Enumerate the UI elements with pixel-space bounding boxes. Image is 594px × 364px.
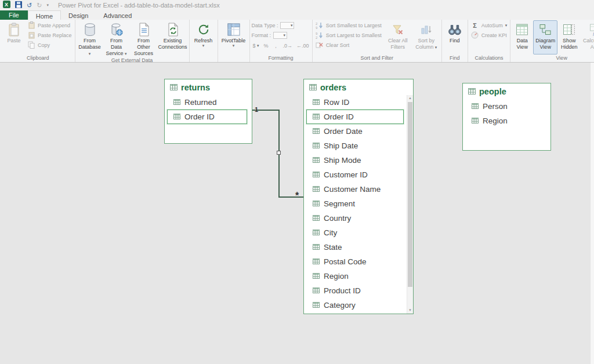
diagram-canvas[interactable]: 1 * returns ReturnedOrder ID orders Row … <box>0 63 594 364</box>
scrollbar-thumb[interactable] <box>408 102 412 287</box>
table-header[interactable]: returns <box>165 79 252 95</box>
sort-by-column-icon <box>421 22 432 37</box>
field-returned[interactable]: Returned <box>165 95 252 110</box>
field-ship-date[interactable]: Ship Date <box>304 139 413 153</box>
group-label-calculations: Calculations <box>470 54 509 62</box>
show-hidden-button[interactable]: Show Hidden <box>559 20 579 54</box>
dropdown-caret-icon: ▾ <box>125 52 127 56</box>
undo-button[interactable]: ↺ <box>27 2 32 9</box>
existing-connections-button[interactable]: Existing Connections <box>158 20 187 57</box>
data-view-button[interactable]: Data View <box>512 20 532 54</box>
clear-sort-button[interactable]: Clear Sort <box>314 40 383 50</box>
copy-label: Copy <box>38 42 50 48</box>
relationship-node[interactable] <box>277 151 281 155</box>
tab-home[interactable]: Home <box>28 10 61 20</box>
comma-style-button[interactable]: , <box>272 42 280 50</box>
field-postal-code[interactable]: Postal Code <box>304 254 413 269</box>
diagram-table-returns[interactable]: returns ReturnedOrder ID <box>164 79 252 144</box>
relationship-cardinality-one: 1 <box>255 106 258 113</box>
orders-scrollbar[interactable]: ▲ ▼ <box>407 95 413 314</box>
group-label-sort-and-filter: Sort and Filter <box>314 54 440 62</box>
field-customer-name[interactable]: Customer Name <box>304 182 413 196</box>
autosum-button[interactable]: Σ AutoSum ▾ <box>470 20 509 30</box>
diagram-table-orders[interactable]: orders Row IDOrder IDOrder DateShip Date… <box>303 79 414 314</box>
diagram-view-button[interactable]: Diagram View <box>533 20 557 54</box>
percent-style-button[interactable]: % <box>262 42 270 50</box>
paste-append-button[interactable]: Paste Append <box>26 20 73 30</box>
field-label: Returned <box>184 98 217 107</box>
group-label-formatting: Formatting <box>252 54 310 62</box>
field-country[interactable]: Country <box>304 211 413 225</box>
scroll-down-icon[interactable]: ▼ <box>407 307 413 314</box>
copy-button[interactable]: Copy <box>26 40 73 50</box>
sort-descending-button[interactable]: 92 Sort Largest to Smallest <box>314 30 383 40</box>
sort-by-column-button[interactable]: Sort by Column ▾ <box>413 20 440 54</box>
save-button[interactable] <box>15 0 22 10</box>
field-ship-mode[interactable]: Ship Mode <box>304 153 413 168</box>
table-header[interactable]: people <box>463 83 550 99</box>
field-label: Order ID <box>184 112 215 121</box>
field-segment[interactable]: Segment <box>304 196 413 211</box>
redo-button[interactable]: ↻ <box>37 2 42 9</box>
tab-file[interactable]: File <box>0 10 28 20</box>
diagram-table-people[interactable]: people PersonRegion <box>462 83 551 151</box>
format-dropdown-box[interactable]: ▾ <box>273 32 287 39</box>
field-person[interactable]: Person <box>463 99 550 114</box>
ribbon-group-get-external-data: From Database ▾ From Data Service ▾ From… <box>75 20 190 62</box>
from-other-sources-button[interactable]: From Other Sources <box>131 20 157 57</box>
ribbon-group-find: Find Find <box>442 20 468 62</box>
table-icon <box>309 82 317 93</box>
create-kpi-button[interactable]: Create KPI <box>470 30 509 40</box>
window-title: Power Pivot for Excel - add-table-to-dat… <box>58 2 220 9</box>
column-icon <box>173 112 180 121</box>
tab-advanced[interactable]: Advanced <box>96 10 139 20</box>
dropdown-caret-icon: ▾ <box>284 33 286 38</box>
tab-design[interactable]: Design <box>61 10 96 20</box>
field-row-id[interactable]: Row ID <box>304 95 413 110</box>
scroll-up-icon[interactable]: ▲ <box>407 95 413 101</box>
clear-all-filters-button[interactable]: Clear All Filters <box>384 20 412 54</box>
sort-ascending-button[interactable]: 29 Sort Smallest to Largest <box>314 20 383 30</box>
field-category[interactable]: Category <box>304 298 413 312</box>
qat-menu-caret-icon[interactable]: ▾ <box>46 3 49 8</box>
refresh-button[interactable]: Refresh ▾ <box>191 20 216 54</box>
field-label: Ship Mode <box>324 156 361 165</box>
field-customer-id[interactable]: Customer ID <box>304 168 413 182</box>
currency-button[interactable]: $ ▾ <box>252 42 260 50</box>
ribbon-tabs: File Home Design Advanced <box>0 10 594 20</box>
table-header[interactable]: orders <box>304 79 413 95</box>
paste-button[interactable]: Paste <box>3 20 25 54</box>
find-button[interactable]: Find <box>444 20 466 54</box>
data-type-dropdown[interactable]: Data Type : ▾ <box>252 20 310 30</box>
find-label: Find <box>450 38 460 44</box>
pivottable-button[interactable]: PivotTable ▾ <box>220 20 248 54</box>
group-label-pivottable <box>220 54 248 62</box>
calculation-area-button[interactable]: fx Calculation Area <box>581 20 594 54</box>
column-icon <box>313 127 320 136</box>
column-icon <box>173 98 180 107</box>
ribbon-group-formatting: Data Type : ▾ Format : ▾ $ ▾ % , .0→ ←.0… <box>250 20 313 62</box>
decrease-decimal-button[interactable]: ←.00 <box>295 42 310 50</box>
field-label: Postal Code <box>324 257 367 266</box>
field-product-id[interactable]: Product ID <box>304 283 413 298</box>
field-order-id[interactable]: Order ID <box>167 110 247 124</box>
vertical-scrollbar[interactable] <box>590 63 594 364</box>
show-hidden-label: Show Hidden <box>560 38 578 50</box>
data-type-dropdown-box[interactable]: ▾ <box>280 22 294 29</box>
field-order-date[interactable]: Order Date <box>304 124 413 139</box>
paste-replace-button[interactable]: Paste Replace <box>26 30 73 40</box>
format-dropdown[interactable]: Format : ▾ <box>252 30 310 40</box>
relationship-line-segment[interactable] <box>278 196 303 198</box>
field-order-id[interactable]: Order ID <box>306 110 404 124</box>
field-state[interactable]: State <box>304 240 413 254</box>
increase-decimal-button[interactable]: .0→ <box>282 42 294 50</box>
field-label: Category <box>324 301 356 310</box>
field-label: Row ID <box>324 98 349 107</box>
from-data-service-button[interactable]: From Data Service ▾ <box>104 20 129 57</box>
clear-sort-label: Clear Sort <box>326 42 350 48</box>
column-icon <box>313 243 320 252</box>
field-city[interactable]: City <box>304 225 413 240</box>
from-database-button[interactable]: From Database ▾ <box>77 20 103 57</box>
field-region[interactable]: Region <box>463 114 550 128</box>
field-region[interactable]: Region <box>304 269 413 283</box>
